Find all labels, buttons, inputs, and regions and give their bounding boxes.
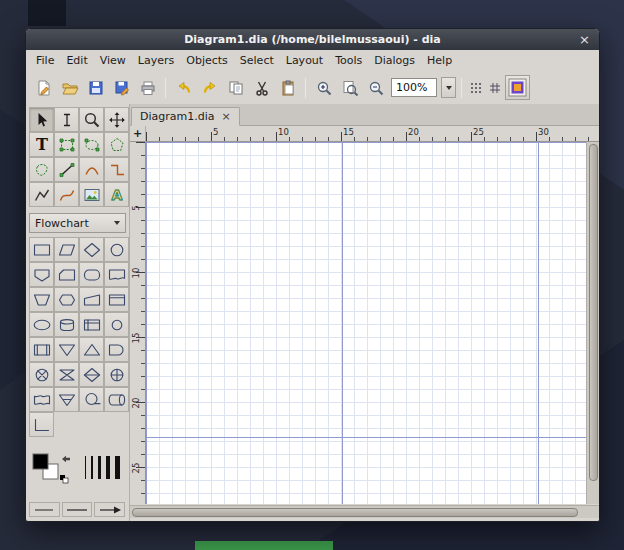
copy-button[interactable] [223, 75, 248, 100]
zigzagline-tool-button[interactable] [104, 157, 129, 182]
tab-close-icon[interactable]: × [222, 111, 231, 122]
image-tool-button[interactable] [79, 182, 104, 207]
polyline-tool-button[interactable] [29, 182, 54, 207]
shape-punched-card[interactable] [54, 262, 79, 287]
menu-objects[interactable]: Objects [180, 52, 234, 69]
line-style-selector[interactable] [62, 502, 93, 517]
show-grid-toggle[interactable] [486, 77, 504, 99]
shape-connector[interactable] [104, 312, 129, 337]
offline-storage-icon [56, 391, 78, 409]
bezierline-tool-button[interactable] [54, 182, 79, 207]
toolbar-separator [165, 78, 166, 98]
print-button[interactable] [135, 75, 160, 100]
textedit-tool-button[interactable] [54, 107, 79, 132]
shape-summing-junction[interactable] [29, 362, 54, 387]
canvas[interactable] [146, 142, 586, 504]
toolbar: 100% [26, 71, 599, 104]
menu-file[interactable]: File [30, 52, 60, 69]
defaults-properties-icon [508, 78, 527, 97]
shape-manual-operation[interactable] [29, 287, 54, 312]
undo-button[interactable] [171, 75, 196, 100]
shape-internal-storage[interactable] [79, 312, 104, 337]
menu-dialogs[interactable]: Dialogs [368, 52, 421, 69]
save-button[interactable] [83, 75, 108, 100]
shape-delay[interactable] [104, 337, 129, 362]
zoom-out-button[interactable] [363, 75, 388, 100]
vertical-scrollbar-thumb[interactable] [589, 144, 598, 481]
shape-diamond[interactable] [79, 237, 104, 262]
shape-box[interactable] [29, 237, 54, 262]
shape-magnetic-drum[interactable] [104, 387, 129, 412]
shape-ellipse[interactable] [104, 237, 129, 262]
menu-select[interactable]: Select [234, 52, 280, 69]
shape-manual-input[interactable] [79, 287, 104, 312]
redo-button[interactable] [197, 75, 222, 100]
shape-extract[interactable] [79, 337, 104, 362]
text-tool-button[interactable]: T [29, 132, 54, 157]
shape-preparation[interactable] [54, 287, 79, 312]
box-tool-button[interactable] [54, 132, 79, 157]
defaults-properties-button[interactable] [505, 75, 530, 100]
zoom-fit-button[interactable] [337, 75, 362, 100]
shape-offline-storage[interactable] [54, 387, 79, 412]
line-style-icon [64, 505, 90, 515]
paste-button[interactable] [275, 75, 300, 100]
menu-layers[interactable]: Layers [132, 52, 180, 69]
scroll-tool-button[interactable] [104, 107, 129, 132]
window-close-button[interactable]: × [579, 29, 590, 50]
zoom-dropdown-button[interactable] [441, 77, 456, 98]
zoom-in-button[interactable] [311, 75, 336, 100]
polygon-tool-button[interactable] [104, 132, 129, 157]
vruler-major-ticks [136, 142, 145, 504]
titlebar[interactable]: Diagram1.dia (/home/bilelmussaoui) - dia… [26, 29, 599, 50]
shape-magnetic-disk[interactable] [54, 312, 79, 337]
line-width-selector[interactable] [77, 451, 123, 489]
snap-to-grid-toggle[interactable] [467, 77, 485, 99]
menu-tools[interactable]: Tools [329, 52, 368, 69]
arc-tool-button[interactable] [79, 157, 104, 182]
zoom-entry[interactable]: 100% [391, 78, 437, 97]
shape-off-page-connector[interactable] [29, 262, 54, 287]
shape-parallelogram[interactable] [54, 237, 79, 262]
vertical-scrollbar[interactable] [586, 142, 599, 504]
tab-diagram1[interactable]: Diagram1.dia × [131, 107, 240, 126]
horizontal-scrollbar[interactable] [130, 505, 599, 518]
outline-icon: A [107, 185, 127, 205]
end-arrow-selector[interactable] [94, 502, 125, 517]
ellipse-tool-button[interactable] [79, 132, 104, 157]
new-diagram-button[interactable] [31, 75, 56, 100]
shape-document[interactable] [104, 262, 129, 287]
shape-sort[interactable] [79, 362, 104, 387]
shape-start-end[interactable] [29, 312, 54, 337]
menu-help[interactable]: Help [421, 52, 458, 69]
shape-merge[interactable] [54, 337, 79, 362]
shape-punched-tape[interactable] [29, 387, 54, 412]
menu-edit[interactable]: Edit [60, 52, 93, 69]
magnify-tool-button[interactable] [79, 107, 104, 132]
save-as-button[interactable] [109, 75, 134, 100]
shape-terminal[interactable] [79, 262, 104, 287]
wallpaper-accent-strip [195, 541, 333, 550]
off-page-connector-icon [31, 266, 53, 284]
shape-predefined-process[interactable] [29, 337, 54, 362]
sheet-selector[interactable]: Flowchart [29, 213, 126, 233]
line-tool-button[interactable] [54, 157, 79, 182]
menu-view[interactable]: View [94, 52, 132, 69]
open-button[interactable] [57, 75, 82, 100]
color-selector[interactable] [29, 451, 73, 489]
shape-or[interactable] [104, 362, 129, 387]
cut-button[interactable] [249, 75, 274, 100]
shape-magnetic-tape[interactable] [79, 387, 104, 412]
menu-layout[interactable]: Layout [280, 52, 329, 69]
toolbar-separator [461, 78, 462, 98]
shape-transmittal-tape[interactable] [29, 412, 54, 437]
begin-arrow-selector[interactable] [29, 502, 60, 517]
outline-tool-button[interactable]: A [104, 182, 129, 207]
modify-tool-button[interactable] [29, 107, 54, 132]
box-icon [31, 241, 53, 259]
ruler-row: + 51015202530 [130, 126, 599, 142]
horizontal-scrollbar-thumb[interactable] [132, 508, 578, 517]
shape-transaction-file[interactable] [104, 287, 129, 312]
beziergon-tool-button[interactable] [29, 157, 54, 182]
shape-collate[interactable] [54, 362, 79, 387]
